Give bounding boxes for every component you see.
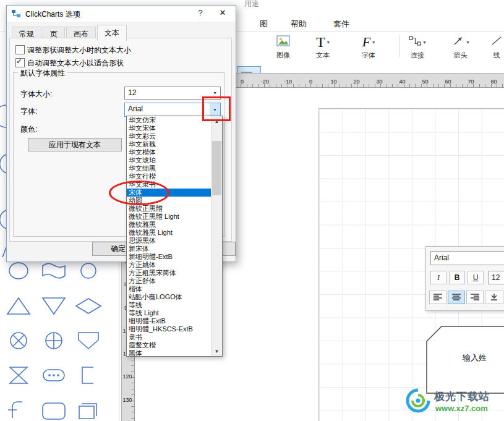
autofit-text-checkbox-label[interactable]: 自动调整文本大小以适合形状: [27, 58, 124, 69]
font-list-item[interactable]: 华文行楷: [127, 172, 211, 181]
connect-button-label: 连接: [403, 51, 432, 60]
font-list-item[interactable]: 新宋体: [127, 245, 211, 253]
font-name-field[interactable]: Arial: [430, 251, 504, 265]
align-center-button[interactable]: [448, 291, 465, 304]
font-list-item[interactable]: 方正粗黑宋简体: [127, 269, 211, 277]
apply-existing-text-button[interactable]: 应用于现有文本: [28, 138, 122, 151]
align-center-icon: [451, 292, 461, 303]
font-list-item[interactable]: 思源黑体: [127, 237, 211, 245]
shape-open-bracket[interactable]: [71, 362, 106, 389]
font-list-item[interactable]: 华文宋体: [127, 124, 211, 132]
shape-circle-cross[interactable]: [1, 327, 36, 354]
more-options-button[interactable]: [485, 291, 503, 304]
resize-text-checkbox-label[interactable]: 调整形状调整大小时的文本大小: [27, 45, 131, 56]
menu-item[interactable]: 套件: [333, 19, 349, 30]
text-button-label: 文本: [307, 51, 338, 60]
ruler-tick-label: 130: [121, 397, 134, 420]
menu-item[interactable]: 图: [260, 19, 268, 30]
text-tool-icon: T: [316, 35, 325, 49]
dialog-title: ClickCharts 选项: [25, 9, 80, 20]
font-list-item[interactable]: 等线 Light: [127, 309, 211, 317]
arrow-down-icon: [489, 292, 499, 303]
font-list-item[interactable]: 华文仿宋: [127, 116, 211, 124]
font-size-field[interactable]: 12: [488, 271, 504, 284]
shape-rounded-rectangle[interactable]: [36, 396, 71, 421]
dialog-help-button[interactable]: ?: [194, 8, 207, 19]
arrow-button[interactable]: ▾ 箭头: [446, 34, 476, 60]
font-list-item[interactable]: 微软雅黑: [127, 221, 211, 229]
canvas-shape-text[interactable]: 输入姓: [463, 352, 487, 364]
font-list-item[interactable]: 华文细黑: [127, 164, 211, 172]
font-tool-icon: F: [362, 34, 370, 50]
chevron-down-icon: ▾: [372, 40, 375, 45]
annotation-red-rectangle: [202, 96, 231, 121]
watermark-site-url: www.xz7.com: [435, 404, 488, 413]
watermark: 极光下载站 www.xz7.com: [403, 383, 504, 421]
shape-triangle-down[interactable]: [36, 292, 71, 320]
font-list-item[interactable]: 华文新魏: [127, 140, 211, 148]
scroll-down-icon[interactable]: ▼: [211, 346, 222, 356]
font-value: Arial: [128, 104, 143, 113]
ruler-tick-label: 30: [368, 79, 391, 85]
shape-shield[interactable]: [71, 327, 106, 354]
font-list-item[interactable]: 新细明體-ExtB: [127, 253, 211, 261]
dialog-close-button[interactable]: ✕: [216, 8, 229, 19]
dropdown-scrollbar[interactable]: ▲ ▼: [211, 116, 222, 356]
font-list-item[interactable]: 等线: [127, 301, 211, 309]
shape-circle-plus[interactable]: [36, 327, 71, 354]
scrollbar-thumb[interactable]: [212, 141, 221, 195]
font-dropdown-items: 华文仿宋华文宋体华文彩云华文新魏华文楷体华文琥珀华文细黑华文行楷华文隶书宋体幼圆…: [127, 116, 211, 357]
shape-flat-diamond[interactable]: [71, 292, 106, 320]
font-list-item[interactable]: 隶书: [127, 333, 211, 341]
connect-button[interactable]: ▾ 连接: [403, 34, 432, 60]
font-list-item[interactable]: 方正舒体: [127, 277, 211, 285]
ruler-tick-label: 40: [391, 79, 414, 85]
font-list-item[interactable]: 细明體-ExtB: [127, 317, 211, 325]
align-right-button[interactable]: [466, 291, 484, 304]
clickcharts-icon: [12, 9, 20, 20]
ruler-tick-label: -10: [276, 79, 299, 85]
text-button[interactable]: T ▾ 文本: [307, 34, 338, 60]
menu-item[interactable]: 帮助: [291, 19, 307, 30]
line-icon: [490, 35, 503, 49]
shape-curve-connector[interactable]: [1, 396, 36, 421]
ruler-tick-label: 120: [121, 373, 134, 396]
autofit-text-checkbox[interactable]: ✓: [15, 58, 25, 67]
image-button[interactable]: 图像: [269, 34, 297, 60]
font-list-item[interactable]: 微软雅黑 Light: [127, 229, 211, 237]
window-title-fragment: 用途: [244, 0, 259, 9]
font-list-item[interactable]: 黑体: [127, 349, 211, 357]
line-button[interactable]: 线: [488, 34, 504, 60]
horizontal-ruler-ticks: 0-20-1001020304050607080: [231, 75, 504, 86]
italic-button[interactable]: I: [430, 271, 446, 284]
font-list-item[interactable]: 霞鹜文楷: [127, 341, 211, 349]
color-label: 颜色:: [20, 124, 37, 135]
font-list-item[interactable]: 华文彩云: [127, 132, 211, 140]
shape-hourglass[interactable]: [1, 362, 36, 389]
dialog-tab[interactable]: 文本: [97, 25, 127, 41]
font-list-item[interactable]: 方正姚体: [127, 261, 211, 269]
resize-text-checkbox[interactable]: [15, 45, 25, 54]
shape-triangle-up[interactable]: [1, 292, 36, 320]
underline-button[interactable]: U: [468, 271, 484, 284]
annotation-red-oval: [109, 181, 169, 205]
watermark-site-name: 极光下载站: [434, 389, 490, 404]
font-size-label: 字体大小:: [20, 89, 52, 100]
font-list-item[interactable]: 站酷小薇LOGO体: [127, 293, 211, 301]
dialog-titlebar[interactable]: ClickCharts 选项 ? ✕: [7, 6, 236, 22]
font-list-item[interactable]: 微软正黑體 Light: [127, 213, 211, 221]
font-list-item[interactable]: 华文琥珀: [127, 156, 211, 164]
ruler-tick-label: 70: [459, 79, 482, 85]
shape-stacked-documents[interactable]: [71, 396, 106, 421]
font-list-item[interactable]: 华文楷体: [127, 148, 211, 156]
font-list-item[interactable]: 细明體_HKSCS-ExtB: [127, 325, 211, 333]
shape-dots-lozenge[interactable]: [36, 362, 71, 389]
ruler-tick-label: 50: [414, 79, 437, 85]
font-list-item[interactable]: 微软正黑體: [127, 205, 211, 213]
font-button[interactable]: F ▾ 字体: [353, 34, 384, 60]
bold-button[interactable]: B: [449, 271, 465, 284]
font-list-item[interactable]: 楷体: [127, 285, 211, 293]
align-left-icon: [433, 292, 443, 303]
check-icon: ✓: [16, 57, 22, 66]
align-left-button[interactable]: [429, 291, 446, 304]
